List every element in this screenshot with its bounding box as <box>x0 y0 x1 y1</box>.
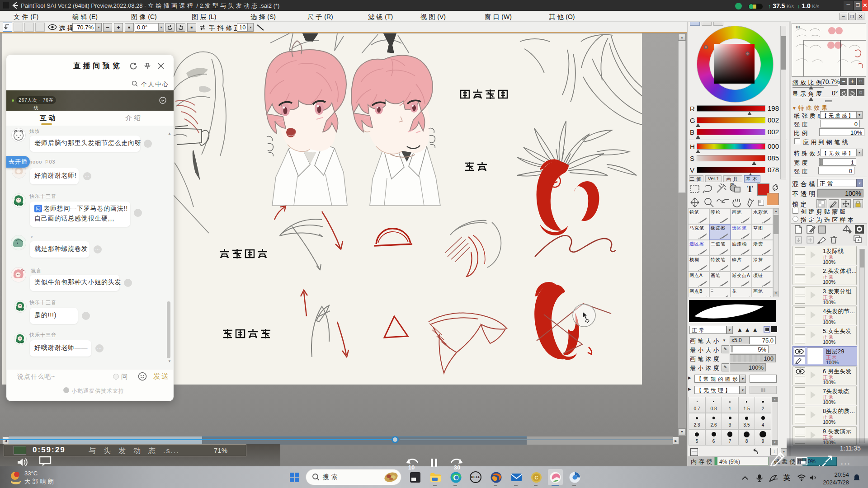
svg-text:30: 30 <box>454 464 460 471</box>
svg-text:C: C <box>535 475 538 480</box>
svg-text:10: 10 <box>408 464 415 471</box>
svg-text:T: T <box>747 184 753 194</box>
svg-text:▮▮▮: ▮▮▮ <box>796 26 800 28</box>
